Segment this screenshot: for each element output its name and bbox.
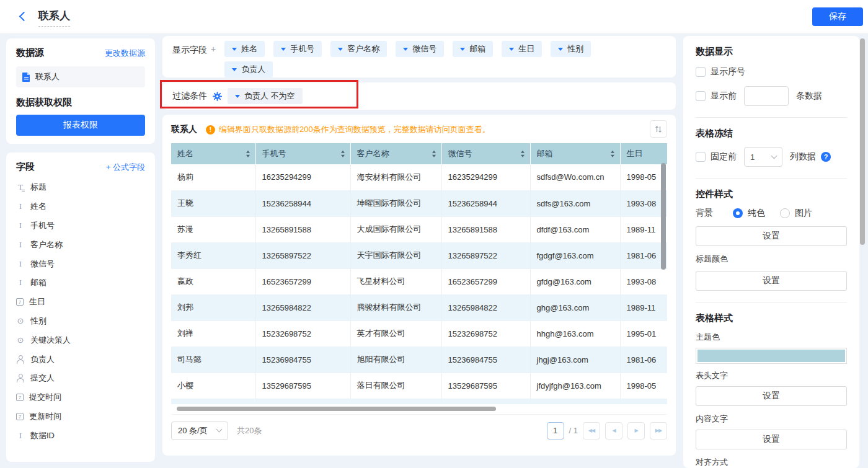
change-datasource-link[interactable]: 更改数据源 xyxy=(105,48,145,59)
gear-icon[interactable] xyxy=(213,92,222,101)
field-item[interactable]: 客户名称 xyxy=(16,235,145,254)
field-item[interactable]: 更新时间 xyxy=(16,407,145,426)
tag-label: 邮箱 xyxy=(469,43,485,55)
sort-carets-icon[interactable] xyxy=(246,151,250,157)
filter-condition-tag[interactable]: 负责人 不为空 xyxy=(228,88,303,104)
field-item[interactable]: 提交人 xyxy=(16,369,145,388)
solid-color-radio[interactable] xyxy=(733,208,743,218)
cell: 15232698752 xyxy=(255,320,350,347)
window-scrollbar-thumb[interactable] xyxy=(860,38,865,245)
field-label: 邮箱 xyxy=(30,277,46,288)
content-text-set-button[interactable]: 设置 xyxy=(696,430,847,449)
display-field-tag[interactable]: 性别 xyxy=(551,41,591,57)
help-icon[interactable]: ? xyxy=(821,152,831,162)
save-button[interactable]: 保存 xyxy=(812,7,863,26)
column-header[interactable]: 邮箱 xyxy=(530,143,620,164)
column-header[interactable]: 手机号 xyxy=(255,143,350,164)
display-field-tag[interactable]: 姓名 xyxy=(224,41,265,57)
first-page-button[interactable] xyxy=(583,422,600,439)
cell: 王晓 xyxy=(171,190,255,216)
header-text-set-button[interactable]: 设置 xyxy=(696,386,847,406)
field-item[interactable]: 提交时间 xyxy=(16,388,145,407)
cell: 13265897522 xyxy=(255,242,350,268)
prev-page-button[interactable] xyxy=(605,422,622,439)
background-set-button[interactable]: 设置 xyxy=(696,226,847,246)
cell: 13265891588 xyxy=(255,216,350,242)
display-field-tag[interactable]: 生日 xyxy=(502,41,542,57)
show-first-count-input[interactable] xyxy=(744,86,789,106)
sort-carets-icon[interactable] xyxy=(432,151,436,157)
sort-order-button[interactable] xyxy=(650,120,667,138)
field-label: 客户名称 xyxy=(30,239,63,250)
page-size-select[interactable]: 20 条/页 xyxy=(171,422,228,440)
field-label: 标题 xyxy=(30,182,46,193)
column-header[interactable]: 生日 xyxy=(620,143,667,164)
field-item[interactable]: 标题 xyxy=(16,178,145,197)
back-icon[interactable] xyxy=(19,12,29,22)
field-item[interactable]: 微信号 xyxy=(16,254,145,273)
arrows-up-down-icon xyxy=(655,125,662,133)
field-item[interactable]: 邮箱 xyxy=(16,273,145,293)
horizontal-scrollbar-thumb[interactable] xyxy=(177,407,496,411)
display-field-tag[interactable]: 负责人 xyxy=(224,61,273,77)
show-first-checkbox[interactable] xyxy=(696,91,706,101)
next-page-button[interactable] xyxy=(627,422,645,439)
last-page-button[interactable] xyxy=(650,422,667,439)
display-field-tag[interactable]: 邮箱 xyxy=(453,41,493,57)
add-display-field-button[interactable]: + xyxy=(211,44,216,73)
fields-title: 字段 xyxy=(16,161,35,173)
field-item[interactable]: 关键决策人 xyxy=(16,330,145,350)
display-field-tag[interactable]: 手机号 xyxy=(273,41,322,57)
field-label: 更新时间 xyxy=(29,411,61,422)
column-header[interactable]: 微信号 xyxy=(441,143,530,164)
fix-first-checkbox[interactable] xyxy=(696,152,706,162)
cell: 小樱 xyxy=(171,373,255,399)
cell: 司马懿 xyxy=(171,347,255,373)
sort-carets-icon[interactable] xyxy=(341,151,345,157)
sort-carets-icon[interactable] xyxy=(611,151,614,157)
background-label: 背景 xyxy=(696,208,728,219)
datasource-item[interactable]: 联系人 xyxy=(16,66,145,87)
divider xyxy=(696,178,847,179)
field-item[interactable]: 性别 xyxy=(16,312,145,331)
sort-carets-icon[interactable] xyxy=(521,151,525,157)
cell: 腾骏材料有限公司 xyxy=(350,294,441,320)
cell: 1998-05 xyxy=(620,373,667,399)
column-header[interactable]: 客户名称 xyxy=(350,143,441,164)
pagination-bar: 20 条/页 共20条 1 / 1 xyxy=(171,414,667,446)
title-color-set-button[interactable]: 设置 xyxy=(696,271,847,291)
cell: sdfsd@Wo.com.cn xyxy=(530,164,620,190)
datasource-panel: 数据源 更改数据源 联系人 数据获取权限 报表权限 xyxy=(6,38,155,144)
cell: hhgh@163.com xyxy=(530,320,620,347)
field-item[interactable]: 负责人 xyxy=(16,350,145,369)
vertical-scrollbar-thumb[interactable] xyxy=(661,163,666,270)
report-permission-button[interactable]: 报表权限 xyxy=(16,115,145,136)
cell: jhgj@163.com xyxy=(530,347,620,373)
image-radio[interactable] xyxy=(780,208,790,218)
fix-columns-select[interactable]: 1 xyxy=(744,147,782,167)
triangle-down-icon xyxy=(235,95,240,100)
text-icon xyxy=(16,241,25,249)
triangle-down-icon xyxy=(232,48,237,53)
field-item[interactable]: 手机号 xyxy=(16,216,145,236)
cell: 苏漫 xyxy=(171,216,255,242)
display-field-tag[interactable]: 微信号 xyxy=(396,41,444,57)
display-field-tag[interactable]: 客户名称 xyxy=(330,41,387,57)
column-header[interactable]: 姓名 xyxy=(171,143,255,164)
field-item[interactable]: 姓名 xyxy=(16,197,145,216)
title-color-label: 标题颜色 xyxy=(696,254,847,265)
field-item[interactable]: 生日 xyxy=(16,293,145,312)
cell: 1981-06 xyxy=(620,347,667,373)
show-index-checkbox[interactable] xyxy=(696,67,706,77)
content-text-label: 内容文字 xyxy=(696,413,847,425)
cell: gfdg@163.com xyxy=(530,268,620,294)
current-page-input[interactable]: 1 xyxy=(547,422,564,439)
image-label: 图片 xyxy=(795,208,812,219)
cell: dfdf@163.com xyxy=(530,216,620,242)
add-formula-field-link[interactable]: + 公式字段 xyxy=(106,162,145,173)
chevron-down-icon xyxy=(771,152,777,159)
fix-columns-value: 1 xyxy=(750,152,755,162)
display-fields-label: 显示字段 xyxy=(172,45,207,73)
theme-color-swatch[interactable] xyxy=(696,348,847,364)
field-item[interactable]: 数据ID xyxy=(16,426,145,445)
